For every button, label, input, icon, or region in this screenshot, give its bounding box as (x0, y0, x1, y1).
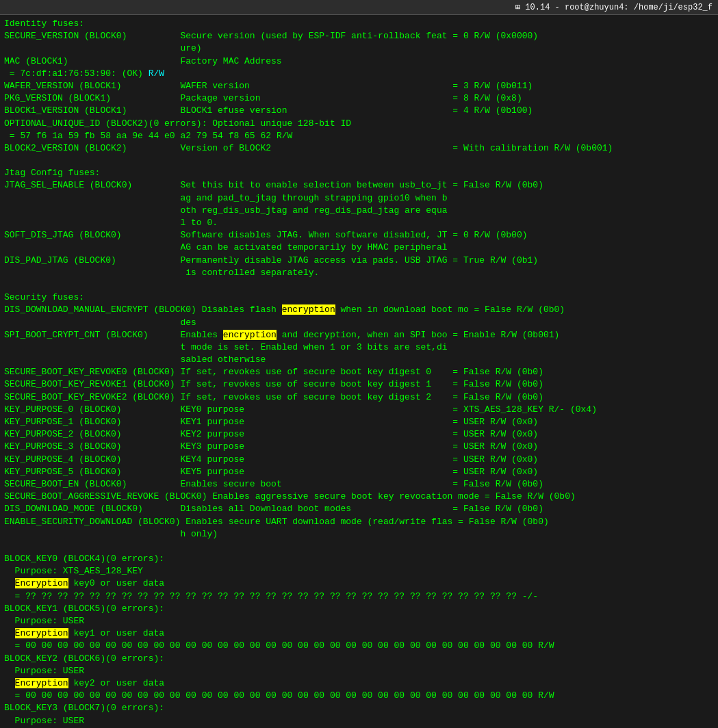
line: Identity fuses: SECURE_VERSION (BLOCK0) … (4, 18, 613, 726)
title-bar-text: ⊞ 10.14 - root@zhuyun4: /home/ji/esp32_f (515, 2, 713, 12)
terminal-output: Identity fuses: SECURE_VERSION (BLOCK0) … (0, 15, 718, 728)
title-bar: ⊞ 10.14 - root@zhuyun4: /home/ji/esp32_f (0, 0, 718, 15)
